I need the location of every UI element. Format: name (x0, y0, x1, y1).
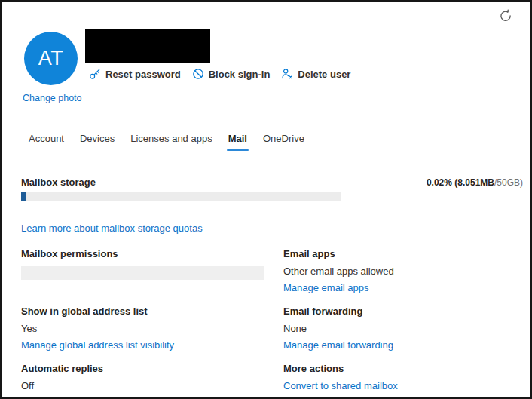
email-forwarding-title: Email forwarding (283, 305, 532, 318)
tab-bar: Account Devices Licenses and apps Mail O… (26, 131, 307, 151)
delete-user-button[interactable]: Delete user (281, 68, 350, 80)
email-apps-title: Email apps (283, 248, 532, 260)
storage-usage-text: 0.02% (8.051MB/50GB) (427, 177, 523, 188)
global-address-list-value: Yes (21, 323, 271, 334)
email-forwarding-section: Email forwarding None Manage email forwa… (283, 305, 532, 351)
automatic-replies-section: Automatic replies Off (21, 363, 271, 397)
storage-usage-bold: 0.02% (8.051MB (427, 177, 494, 188)
storage-usage-quota: /50GB) (494, 177, 523, 188)
avatar-initials: AT (38, 47, 64, 70)
email-apps-value: Other email apps allowed (283, 265, 532, 277)
refresh-icon-glyph (499, 9, 512, 23)
storage-progress-fill (21, 192, 26, 201)
more-actions-title: More actions (283, 363, 532, 375)
global-address-list-title: Show in global address list (21, 305, 271, 318)
user-detail-panel: AT Reset password (0, 0, 532, 399)
more-actions-section: More actions Convert to shared mailbox (283, 363, 532, 391)
mailbox-storage-header: Mailbox storage 0.02% (8.051MB/50GB) (21, 176, 523, 188)
manage-email-forwarding-link[interactable]: Manage email forwarding (283, 339, 393, 351)
convert-to-shared-mailbox-link[interactable]: Convert to shared mailbox (283, 380, 398, 391)
user-action-bar: Reset password Block sign-in (89, 68, 350, 80)
block-sign-in-label: Block sign-in (209, 69, 271, 80)
reset-password-label: Reset password (105, 69, 181, 80)
mailbox-permissions-section: Mailbox permissions (21, 248, 271, 280)
manage-global-address-list-link[interactable]: Manage global address list visibility (21, 339, 174, 351)
tab-licenses-and-apps[interactable]: Licenses and apps (127, 131, 215, 151)
redacted-name-box (85, 29, 210, 63)
delete-user-label: Delete user (298, 69, 350, 80)
avatar: AT (24, 32, 78, 85)
tab-mail[interactable]: Mail (225, 131, 250, 151)
mailbox-permissions-redacted-bar (21, 266, 264, 280)
tab-account[interactable]: Account (26, 131, 67, 151)
block-sign-in-button[interactable]: Block sign-in (192, 68, 271, 80)
tab-onedrive[interactable]: OneDrive (260, 131, 307, 151)
mailbox-storage-label: Mailbox storage (21, 176, 96, 188)
key-icon (89, 68, 101, 80)
email-forwarding-value: None (283, 323, 532, 334)
block-icon (192, 68, 204, 80)
tab-devices[interactable]: Devices (77, 131, 118, 151)
storage-progress-bar (21, 192, 341, 201)
email-apps-section: Email apps Other email apps allowed Mana… (283, 248, 532, 293)
refresh-icon[interactable] (497, 8, 514, 25)
change-photo-link[interactable]: Change photo (23, 93, 82, 103)
delete-user-icon (281, 68, 293, 80)
automatic-replies-value: Off (21, 380, 271, 391)
reset-password-button[interactable]: Reset password (89, 68, 181, 80)
automatic-replies-title: Automatic replies (21, 363, 271, 375)
manage-email-apps-link[interactable]: Manage email apps (283, 282, 368, 293)
mailbox-permissions-title: Mailbox permissions (21, 248, 271, 260)
global-address-list-section: Show in global address list Yes Manage g… (21, 305, 271, 351)
learn-more-link[interactable]: Learn more about mailbox storage quotas (21, 223, 203, 234)
